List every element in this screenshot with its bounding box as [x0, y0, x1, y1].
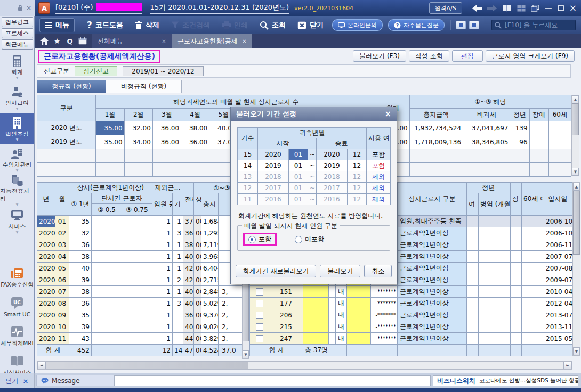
tab-irregular-workers[interactable]: 비정규직 (현황): [106, 80, 182, 93]
tab-regular-workers[interactable]: 정규직 (현황): [37, 80, 106, 93]
horizontal-scrollbar[interactable]: ◄ ►: [37, 361, 572, 370]
tab-all-menu[interactable]: 전체메뉴 ×: [92, 34, 172, 48]
monthly-row[interactable]: 2020 05 40 1 1 42 00 6,404: [37, 263, 243, 274]
join-date-cell[interactable]: 2009-07-0: [543, 274, 573, 286]
dialog-close-icon[interactable]: ×: [384, 109, 391, 119]
employee-table-scrollbar[interactable]: ▲ ▼: [572, 182, 580, 356]
monthly-row[interactable]: 2020 10 39 1 40 00 9,020 2,: [37, 321, 243, 333]
period-row[interactable]: 11 2016 01 ~ 2016 12 제외: [238, 194, 391, 205]
sidebar-collapse-icon[interactable]: ×: [26, 5, 31, 11]
employee-row[interactable]: 206 내 -******* 근로계약1년이상 2013-07-0: [250, 309, 573, 321]
join-date-cell[interactable]: 2006-11-0: [543, 239, 573, 251]
join-date-cell[interactable]: 2013-11-0: [543, 321, 573, 333]
delete-button[interactable]: 삭제: [135, 20, 159, 30]
quick-search-box[interactable]: [491, 20, 576, 30]
employee-name-masked[interactable]: [303, 333, 329, 345]
use-flag-cell[interactable]: 포함: [367, 160, 391, 172]
resident-id-tail[interactable]: -*******: [371, 309, 398, 321]
year-cell[interactable]: 2020: [37, 274, 55, 286]
join-date-cell[interactable]: 2006-10-1: [543, 227, 573, 239]
menu-button[interactable]: 메뉴: [39, 18, 75, 32]
online-inquiry-button[interactable]: 온라인문의: [332, 19, 383, 31]
month-cell[interactable]: 07: [55, 286, 69, 298]
report-type-value[interactable]: 정기신고: [75, 66, 117, 76]
employee-name-masked[interactable]: [303, 309, 329, 321]
worker-type-cell[interactable]: 임원,최대주주등 친족: [398, 216, 467, 227]
month-cell[interactable]: 01: [55, 216, 69, 227]
monthly-row[interactable]: 2020 02 32 1 3 36 00 1,295: [37, 227, 243, 239]
resident-id-masked[interactable]: [347, 286, 371, 298]
month-cell[interactable]: 05: [55, 263, 69, 274]
monthly-row[interactable]: 2020 11 43 1 44 00 3,829 3,: [37, 333, 243, 345]
year-cell[interactable]: 2020: [37, 333, 55, 345]
month-cell[interactable]: 03: [55, 239, 69, 251]
minimize-icon[interactable]: —: [545, 4, 552, 12]
worker-type-cell[interactable]: 근로계약1년이상: [398, 333, 467, 345]
employee-number[interactable]: 247: [269, 333, 303, 345]
cancel-button[interactable]: 취소: [364, 265, 392, 277]
employee-number[interactable]: 215: [269, 321, 303, 333]
employee-row[interactable]: 215 내 -******* 근로계약1년이상 2013-11-0: [250, 321, 573, 333]
monthly-row[interactable]: 2020 07 38 1 1 40 00 2,848 3,: [37, 286, 243, 298]
use-flag-cell[interactable]: 제외: [367, 183, 391, 194]
nationality-cell[interactable]: 내: [336, 309, 347, 321]
row-checkbox[interactable]: [256, 335, 263, 342]
quick-menu-icon[interactable]: Q: [63, 34, 76, 48]
book-view-icon[interactable]: [502, 5, 512, 12]
summary-scrollbar[interactable]: ▲ ▼: [571, 95, 579, 176]
search-input[interactable]: [504, 21, 572, 29]
month-cell[interactable]: 08: [55, 298, 69, 309]
term-number[interactable]: 11: [238, 194, 258, 205]
worker-type-cell[interactable]: 근로계약1년이상: [398, 309, 467, 321]
join-date-cell[interactable]: 2015-05-2: [543, 333, 573, 345]
employee-number[interactable]: 151: [269, 286, 303, 298]
row-checkbox[interactable]: [256, 323, 263, 331]
reload-fiscal-button[interactable]: 회계기간 새로불러오기: [236, 265, 317, 277]
tab-close-icon[interactable]: ×: [242, 38, 247, 45]
sidebar-item-payroll[interactable]: 인사급여 ▼: [0, 82, 34, 113]
worker-type-cell[interactable]: 근로계약1년이상: [398, 251, 467, 263]
nationality-cell[interactable]: 내: [336, 298, 347, 309]
resident-id-masked[interactable]: [347, 298, 371, 309]
worker-type-cell[interactable]: 근로계약1년이상: [398, 286, 467, 298]
worker-type-cell[interactable]: 근로계약1년이상: [398, 239, 467, 251]
period-row[interactable]: 12 2017 01 ~ 2017 12 제외: [238, 183, 391, 194]
term-number[interactable]: 13: [238, 172, 258, 183]
worker-type-cell[interactable]: 근로계약1년이상: [398, 298, 467, 309]
load-button[interactable]: 불러오기: [320, 265, 360, 277]
nationality-cell[interactable]: 내: [336, 321, 347, 333]
news-ticker[interactable]: 비즈니스워치 코로나에도 선방…삼성SDS 늘어난 항공물류 눈길: [433, 375, 578, 386]
worker-type-cell[interactable]: 근로계약1년이상: [398, 227, 467, 239]
lock-icon[interactable]: [18, 5, 23, 11]
selected-cell[interactable]: 35.00: [96, 121, 124, 135]
worker-type-cell[interactable]: 근로계약1년이상: [398, 263, 467, 274]
row-checkbox[interactable]: [256, 300, 263, 307]
resident-id-masked[interactable]: [347, 309, 371, 321]
radio-exclude[interactable]: 미포함: [295, 235, 324, 244]
tab-worker-employment[interactable]: 근로자고용현황(공제 ×: [172, 34, 252, 48]
calendar-icon[interactable]: [76, 34, 89, 48]
monthly-row[interactable]: 2020 06 39 1 2 42 00 2,715: [37, 274, 243, 286]
favorites-star-icon[interactable]: ★: [51, 34, 63, 48]
maximize-icon[interactable]: [558, 5, 564, 11]
monthly-row[interactable]: 2020 04 38 1 1 40 00 3,968: [37, 251, 243, 263]
employee-name-masked[interactable]: [303, 286, 329, 298]
nav-forward-icon[interactable]: [487, 5, 497, 12]
month-cell[interactable]: 06: [55, 274, 69, 286]
term-number[interactable]: 14: [238, 160, 258, 172]
join-date-cell[interactable]: 2006-10-1: [543, 216, 573, 227]
period-row[interactable]: 14 2019 01 ~ 2019 12 포함: [238, 160, 391, 172]
fax-tool[interactable]: FAX송수신함: [0, 263, 34, 292]
employee-number[interactable]: 206: [269, 309, 303, 321]
nav-back-icon[interactable]: [472, 5, 482, 12]
close-screen-button[interactable]: 닫기: [297, 20, 324, 30]
radio-include[interactable]: 포함: [243, 233, 277, 246]
sidebar-close-button[interactable]: 닫기 ×: [0, 373, 35, 388]
year-cell[interactable]: 2020: [37, 286, 55, 298]
month-cell[interactable]: 11: [55, 333, 69, 345]
resident-id-tail[interactable]: -*******: [371, 286, 398, 298]
year-cell[interactable]: 2020: [37, 321, 55, 333]
join-date-cell[interactable]: 2012-04-1: [543, 298, 573, 309]
year-cell[interactable]: 2020: [37, 239, 55, 251]
resident-id-tail[interactable]: -*******: [371, 321, 398, 333]
